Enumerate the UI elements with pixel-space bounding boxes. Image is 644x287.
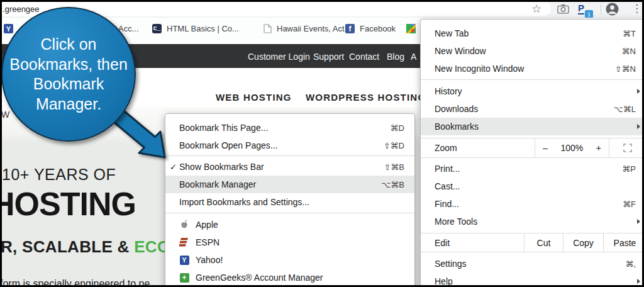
hero-kicker: 10+ YEARS OF (2, 166, 116, 184)
paste-button[interactable]: Paste (604, 234, 644, 252)
menu-separator (165, 155, 414, 156)
bookmarks-submenu: Bookmark This Page... ⌘D Bookmark Open P… (165, 113, 415, 287)
profile-avatar-icon[interactable] (606, 3, 619, 18)
bookmark-bar-label: Facebook (360, 24, 396, 33)
menu-item-history[interactable]: History (421, 82, 644, 100)
menu-item-bookmark-apple[interactable]: Apple (165, 216, 414, 234)
bookmark-bar-item-html-basics[interactable]: c_ HTML Basics | Co... (152, 18, 239, 40)
yahoo-favicon-icon: Y (4, 24, 13, 33)
shortcut-label: ⌘D (391, 123, 404, 133)
menu-separator (421, 79, 644, 80)
page-favicon-icon (262, 24, 272, 33)
facebook-favicon-icon: f (345, 24, 355, 33)
browser-window: .greengee ☆ P 1 ⋮ Y Acc... (0, 0, 644, 287)
submenu-arrow-icon (637, 124, 640, 129)
fullscreen-icon (623, 144, 632, 152)
callout-text-line: Manager. (36, 94, 101, 115)
apple-icon (179, 220, 189, 230)
nav-link-web-hosting[interactable]: WEB HOSTING (216, 92, 292, 103)
espn-icon (179, 237, 189, 247)
codecademy-favicon-icon: c_ (152, 24, 162, 33)
submenu-arrow-icon (637, 279, 640, 284)
hero-body-text: form is specially engineered to pe (0, 278, 150, 287)
cut-button[interactable]: Cut (525, 234, 564, 252)
menu-item-bookmark-this-page[interactable]: Bookmark This Page... ⌘D (165, 119, 414, 137)
shortcut-label: ⇧⌘N (615, 64, 636, 74)
menu-item-new-tab[interactable]: New Tab ⌘T (421, 25, 644, 42)
shortcut-label: ⌘T (623, 29, 636, 38)
submenu-arrow-icon (637, 219, 640, 224)
fullscreen-button[interactable] (609, 138, 644, 157)
address-bar-text: .greengee (3, 4, 40, 14)
menu-item-import-bookmarks[interactable]: Import Bookmarks and Settings... (165, 193, 414, 211)
bookmark-bar-item-maps[interactable] (406, 18, 416, 40)
menu-item-show-bookmarks-bar[interactable]: ✓ Show Bookmarks Bar ⇧⌘B (165, 158, 414, 176)
shortcut-label: ⌘, (625, 259, 636, 269)
bookmark-bar-item-hawaii[interactable]: Hawaii Events, Act... (262, 18, 352, 40)
nav-link-support[interactable]: Support (313, 52, 344, 62)
hero-subtitle: R, SCALABLE & ECO-F (1, 237, 186, 257)
menu-item-bookmark-open-pages[interactable]: Bookmark Open Pages... ⇧⌘D (165, 137, 414, 154)
nav-link-wordpress-hosting[interactable]: WORDPRESS HOSTING (306, 92, 426, 103)
shortcut-label: ⌘F (623, 200, 636, 209)
menu-item-bookmarks[interactable]: Bookmarks (421, 118, 644, 135)
menu-separator (165, 213, 414, 213)
callout-text-line: Bookmark (33, 74, 104, 94)
shortcut-label: ⌘N (622, 47, 636, 56)
shortcut-label: ⌥⌘B (381, 180, 404, 189)
edit-label: Edit (421, 234, 525, 252)
menu-item-find[interactable]: Find... ⌘F (421, 195, 644, 213)
zoom-level-value: 100% (560, 143, 583, 153)
menu-item-bookmark-manager[interactable]: Bookmark Manager ⌥⌘B (165, 176, 414, 193)
nav-link-blog[interactable]: Blog (387, 52, 404, 62)
callout-bubble: Click on Bookmarks, then Bookmark Manage… (1, 7, 136, 142)
shortcut-label: ⇧⌘B (384, 162, 404, 172)
extension-icon[interactable]: P (578, 3, 584, 14)
menu-item-bookmark-espn[interactable]: ESPN (165, 234, 414, 251)
copy-button[interactable]: Copy (564, 234, 604, 252)
chrome-menu: New Tab ⌘T New Window ⌘N New Incognito W… (420, 19, 644, 287)
zoom-out-button[interactable]: – (543, 143, 548, 153)
menu-item-settings[interactable]: Settings ⌘, (421, 255, 644, 273)
menu-item-cast[interactable]: Cast... (421, 177, 644, 195)
maps-favicon-icon (406, 24, 416, 33)
menu-item-print[interactable]: Print... ⌘P (421, 160, 644, 177)
shortcut-label: ⌥⌘L (614, 104, 636, 114)
menu-item-help[interactable]: Help (421, 273, 644, 287)
shortcut-label: ⇧⌘D (384, 141, 404, 150)
hero-partial-text: W (1, 110, 9, 120)
zoom-in-button[interactable]: + (596, 143, 601, 153)
bookmark-bar-item-yahoo[interactable]: Y (4, 18, 13, 40)
callout-text-line: Bookmarks, then (9, 55, 128, 75)
bookmark-bar-item-facebook[interactable]: f Facebook (345, 18, 396, 40)
bookmark-bar-label: Hawaii Events, Act... (277, 24, 352, 33)
menu-zoom-row: Zoom – 100% + (421, 138, 644, 158)
nav-link-partial[interactable]: A (411, 52, 416, 62)
hero-title: HOSTING (0, 185, 136, 223)
menu-dots-icon[interactable]: ⋮ (631, 2, 642, 16)
zoom-label: Zoom (421, 138, 535, 157)
yahoo-favicon-icon: Y (179, 255, 189, 265)
toolbar-divider (601, 4, 601, 14)
menu-item-new-window[interactable]: New Window ⌘N (421, 42, 644, 60)
nav-link-contact[interactable]: Contact (349, 52, 379, 62)
bookmark-bar-label: HTML Basics | Co... (167, 24, 239, 33)
camera-icon[interactable] (557, 4, 569, 16)
menu-item-bookmark-greengeeks[interactable]: + GreenGeeks® Account Manager (165, 269, 414, 286)
shortcut-label: ⌘P (622, 164, 636, 174)
menu-edit-row: Edit Cut Copy Paste (421, 233, 644, 252)
menu-item-downloads[interactable]: Downloads ⌥⌘L (421, 100, 644, 118)
nav-link-customer-login[interactable]: Customer Login (248, 52, 310, 62)
bookmark-star-icon[interactable]: ☆ (531, 2, 541, 16)
submenu-arrow-icon (637, 89, 640, 94)
menu-item-new-incognito-window[interactable]: New Incognito Window ⇧⌘N (421, 60, 644, 77)
callout-text-line: Click on (41, 35, 97, 55)
menu-item-bookmark-yahoo[interactable]: Y Yahoo! (165, 251, 414, 269)
greengeeks-plus-icon: + (179, 273, 189, 283)
menu-item-more-tools[interactable]: More Tools (421, 213, 644, 230)
